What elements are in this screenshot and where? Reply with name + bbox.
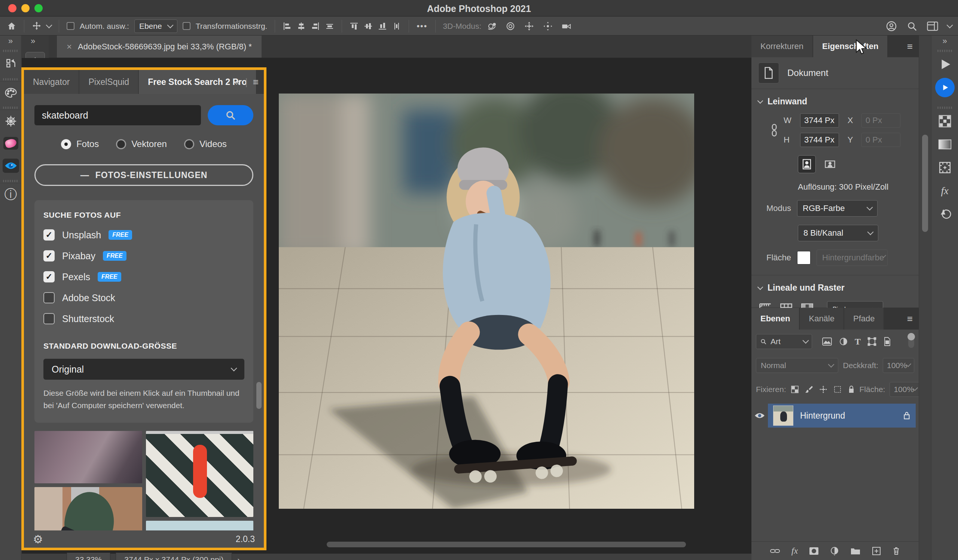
close-tab-icon[interactable]: × xyxy=(67,41,72,52)
lock-transparency-icon[interactable] xyxy=(791,385,799,394)
pink-plugin-icon[interactable] xyxy=(0,132,21,155)
photo-settings-toggle-button[interactable]: — FOTOS-EINSTELLUNGEN xyxy=(35,164,253,186)
version-history-icon[interactable] xyxy=(0,53,21,75)
helm-wheel-icon[interactable] xyxy=(0,109,21,132)
auto-select-checkbox[interactable] xyxy=(67,22,75,30)
chevron-down-icon[interactable] xyxy=(947,22,953,28)
tab-pfade[interactable]: Pfade xyxy=(844,308,884,329)
filter-adjustment-icon[interactable] xyxy=(839,337,848,347)
3d-camera-icon[interactable] xyxy=(561,21,573,32)
checkbox[interactable]: ✓ xyxy=(43,250,55,261)
source-adobe-stock[interactable]: Adobe Stock xyxy=(43,292,244,304)
width-field[interactable]: 3744 Px xyxy=(800,113,839,128)
workspace-icon[interactable] xyxy=(926,21,939,32)
lock-artboard-icon[interactable] xyxy=(833,385,842,394)
tab-navigator[interactable]: Navigator xyxy=(24,70,79,94)
rulers-section-header[interactable]: Lineale und Raster xyxy=(752,275,919,295)
bit-depth-dropdown[interactable]: 8 Bit/Kanal xyxy=(798,225,878,241)
3d-roll-icon[interactable] xyxy=(505,21,515,32)
source-pexels[interactable]: ✓ Pexels FREE xyxy=(43,271,244,282)
layer-style-fx-icon[interactable]: fx xyxy=(791,546,798,556)
align-center-h-icon[interactable] xyxy=(297,22,306,31)
radio-videos[interactable]: Videos xyxy=(184,139,227,149)
free-stock-search-eye-icon[interactable] xyxy=(0,155,21,177)
link-layers-icon[interactable] xyxy=(770,547,780,555)
tab-eigenschaften[interactable]: Eigenschaften xyxy=(813,36,887,57)
height-field[interactable]: 3744 Px xyxy=(800,133,839,147)
checkbox[interactable] xyxy=(43,313,55,324)
history-icon[interactable] xyxy=(931,202,958,226)
color-palette-icon[interactable] xyxy=(0,81,21,104)
pattern-icon[interactable] xyxy=(931,156,958,179)
horizontal-scrollbar[interactable] xyxy=(327,542,686,547)
thumbnail-skatepark-crowd[interactable] xyxy=(146,521,254,530)
status-flyout-icon[interactable]: › xyxy=(237,555,240,560)
swatches-icon[interactable] xyxy=(931,109,958,133)
account-icon[interactable] xyxy=(885,20,898,32)
source-unsplash[interactable]: ✓ Unsplash FREE xyxy=(43,229,244,240)
actions-play-icon[interactable] xyxy=(931,53,958,76)
new-layer-icon[interactable] xyxy=(872,547,881,555)
layer-thumbnail[interactable] xyxy=(773,405,793,426)
settings-gear-icon[interactable]: ⚙ xyxy=(33,533,43,546)
layer-filter-dropdown[interactable]: Art xyxy=(756,334,812,349)
filter-toggle-switch[interactable] xyxy=(908,335,914,348)
canvas-section-header[interactable]: Leinwand xyxy=(752,89,919,109)
new-group-icon[interactable] xyxy=(850,547,861,555)
thumbnail-skate-ramp[interactable] xyxy=(35,431,142,483)
fx-styles-icon[interactable]: fx xyxy=(931,179,958,202)
layer-lock-icon[interactable] xyxy=(903,411,910,420)
dock-expand-icon[interactable]: » xyxy=(931,36,958,47)
filter-shape-icon[interactable] xyxy=(868,337,876,347)
thumbnail-skater-jumping[interactable] xyxy=(35,487,142,530)
source-shutterstock[interactable]: Shutterstock xyxy=(43,313,244,324)
search-input[interactable]: skateboard xyxy=(35,105,201,125)
layer-row[interactable]: Hintergrund xyxy=(752,403,919,427)
align-left-icon[interactable] xyxy=(282,22,292,31)
link-dimensions-icon[interactable] xyxy=(770,123,779,137)
tab-kanaele[interactable]: Kanäle xyxy=(800,308,844,329)
vertical-scrollbar[interactable] xyxy=(922,134,928,232)
3d-slide-icon[interactable] xyxy=(542,21,553,32)
plugin-play-button[interactable] xyxy=(931,76,958,99)
lock-position-icon[interactable] xyxy=(819,385,827,394)
tab-ebenen[interactable]: Ebenen xyxy=(752,308,799,329)
lock-all-icon[interactable] xyxy=(848,385,855,394)
panel-menu-icon[interactable]: ≡ xyxy=(253,76,259,88)
filter-type-icon[interactable]: T xyxy=(855,337,861,347)
download-size-dropdown[interactable]: Original xyxy=(43,359,244,380)
lock-pixels-brush-icon[interactable] xyxy=(805,385,813,394)
checkbox[interactable]: ✓ xyxy=(43,229,55,240)
filter-image-icon[interactable] xyxy=(822,337,832,347)
checkbox[interactable]: ✓ xyxy=(43,271,55,282)
source-pixabay[interactable]: ✓ Pixabay FREE xyxy=(43,250,244,261)
thumbnail-red-penny-board[interactable] xyxy=(146,431,254,517)
transform-controls-checkbox[interactable] xyxy=(182,22,190,30)
distribute-h-icon[interactable] xyxy=(325,22,334,31)
checkbox[interactable] xyxy=(43,292,55,304)
home-icon[interactable] xyxy=(7,21,16,31)
radio-fotos[interactable]: Fotos xyxy=(61,139,99,149)
panel-menu-icon[interactable]: ≡ xyxy=(907,41,913,52)
move-tool-icon[interactable] xyxy=(32,21,41,31)
align-middle-v-icon[interactable] xyxy=(364,22,373,31)
search-icon[interactable] xyxy=(906,21,918,32)
portrait-orientation-button[interactable] xyxy=(798,155,816,173)
more-options-icon[interactable]: ••• xyxy=(417,21,427,31)
align-bottom-icon[interactable] xyxy=(378,22,387,31)
results-scrollbar[interactable] xyxy=(256,382,262,409)
distribute-v-icon[interactable] xyxy=(392,22,401,31)
align-right-icon[interactable] xyxy=(311,22,320,31)
document-tab[interactable]: × AdobeStock-58669639.jpg bei 33,3% (RGB… xyxy=(57,36,262,58)
3d-orbit-icon[interactable] xyxy=(487,21,497,32)
align-top-icon[interactable] xyxy=(349,22,358,31)
collapse-panel-icon[interactable]: « xyxy=(235,76,240,88)
background-color-swatch[interactable] xyxy=(797,251,810,264)
info-icon[interactable]: ⓘ xyxy=(0,183,21,206)
3d-pan-icon[interactable] xyxy=(524,21,535,32)
search-button[interactable] xyxy=(208,105,253,125)
tab-pixelsquid[interactable]: PixelSquid xyxy=(79,70,138,94)
gradient-icon[interactable] xyxy=(931,133,958,156)
radio-vektoren[interactable]: Vektoren xyxy=(116,139,167,149)
color-mode-dropdown[interactable]: RGB-Farbe xyxy=(797,200,877,217)
